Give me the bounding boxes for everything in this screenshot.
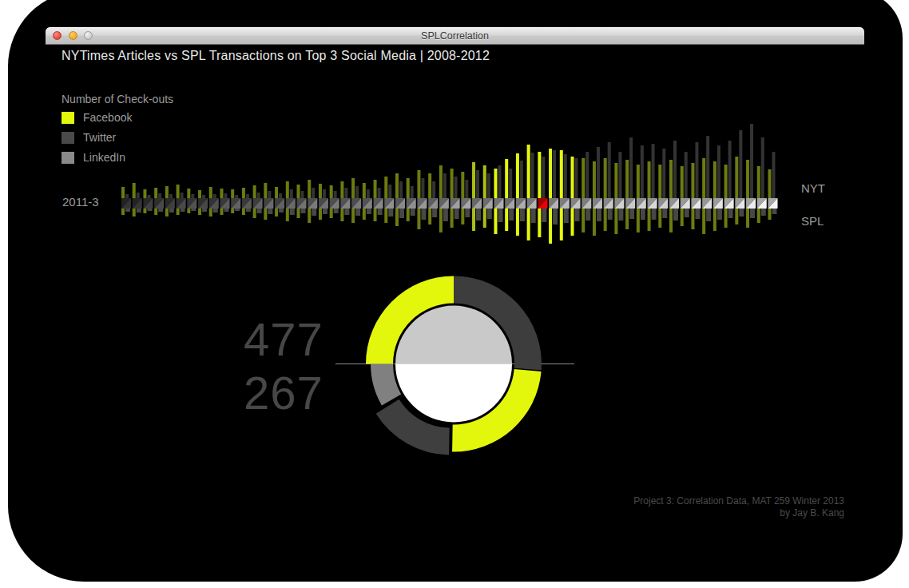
footer-credit: Project 3: Correlation Data, MAT 259 Win… bbox=[525, 495, 844, 519]
app-canvas: NYTimes Articles vs SPL Transactions on … bbox=[46, 44, 864, 578]
titlebar[interactable]: SPLCorrelation bbox=[46, 27, 864, 45]
donut-chart bbox=[350, 260, 558, 467]
footer-credit-line2: by Jay B. Kang bbox=[525, 507, 844, 519]
nyt-axis-label: NYT bbox=[801, 181, 825, 195]
nyt-count: 477 bbox=[244, 312, 324, 366]
spl-count: 267 bbox=[244, 366, 324, 419]
count-readout: 477 267 bbox=[244, 312, 324, 419]
spl-axis-label: SPL bbox=[801, 214, 824, 228]
window-title: SPLCorrelation bbox=[46, 30, 864, 42]
footer-credit-line1: Project 3: Correlation Data, MAT 259 Win… bbox=[525, 495, 844, 507]
